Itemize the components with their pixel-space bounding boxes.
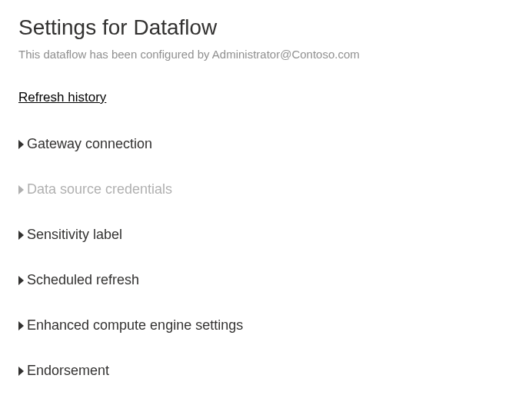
section-label: Sensitivity label [27,227,122,243]
section-label: Data source credentials [27,181,172,198]
chevron-right-icon [18,276,24,285]
page-title: Settings for Dataflow [18,15,514,40]
chevron-right-icon [18,185,24,194]
chevron-right-icon [18,140,24,149]
section-label: Gateway connection [27,136,152,152]
chevron-right-icon [18,367,24,376]
sections-list: Gateway connection Data source credentia… [18,127,514,399]
refresh-history-link[interactable]: Refresh history [18,90,106,105]
admin-email: Administrator@Contoso.com [212,48,360,61]
subtitle-prefix: This dataflow has been configured by [18,48,210,61]
section-gateway-connection[interactable]: Gateway connection [18,127,514,161]
section-enhanced-compute-engine[interactable]: Enhanced compute engine settings [18,308,514,343]
section-scheduled-refresh[interactable]: Scheduled refresh [18,263,514,297]
chevron-right-icon [18,231,24,240]
section-label: Enhanced compute engine settings [27,317,243,334]
section-sensitivity-label[interactable]: Sensitivity label [18,217,514,252]
section-label: Endorsement [27,363,109,379]
section-label: Scheduled refresh [27,272,139,288]
section-endorsement[interactable]: Endorsement [18,354,514,388]
chevron-right-icon [18,321,24,330]
section-data-source-credentials: Data source credentials [18,172,514,207]
subtitle: This dataflow has been configured by Adm… [18,48,514,61]
